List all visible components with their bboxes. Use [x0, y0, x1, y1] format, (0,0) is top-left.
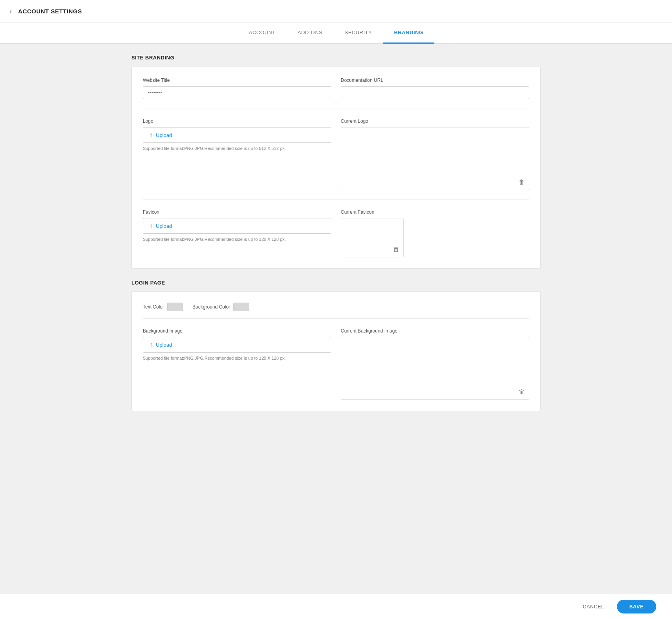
background-image-row: Background Image ↑ Upload Supported file…: [143, 328, 529, 400]
upload-icon-bg: ↑: [150, 341, 153, 348]
background-image-group: Background Image ↑ Upload Supported file…: [143, 328, 331, 360]
documentation-url-group: Documentation URL: [341, 78, 529, 99]
delete-logo-icon[interactable]: 🗑: [519, 179, 525, 186]
chevron-left-icon: ‹: [9, 7, 12, 15]
save-button[interactable]: SAVE: [617, 600, 656, 613]
current-favicon-group: Current Favicon 🗑: [341, 209, 529, 257]
back-button[interactable]: ‹: [9, 7, 12, 15]
logo-upload-label: Upload: [156, 132, 172, 138]
logo-upload-button[interactable]: ↑ Upload: [143, 127, 331, 143]
delete-background-image-icon[interactable]: 🗑: [519, 388, 525, 395]
current-background-image-group: Current Background Image 🗑: [341, 328, 529, 400]
text-color-group: Text Color: [143, 303, 183, 311]
background-image-upload-button[interactable]: ↑ Upload: [143, 337, 331, 353]
color-row: Text Color Background Color: [143, 303, 529, 319]
website-title-input[interactable]: [143, 86, 331, 99]
documentation-url-label: Documentation URL: [341, 78, 529, 83]
login-page-card: Text Color Background Color Background I…: [131, 291, 541, 411]
main-content: SITE BRANDING Website Title Documentatio…: [100, 44, 572, 454]
tab-addons[interactable]: ADD-ONS: [286, 22, 333, 44]
documentation-url-input[interactable]: [341, 86, 529, 99]
current-logo-area: 🗑: [341, 127, 529, 190]
tab-navigation: ACCOUNT ADD-ONS SECURITY BRANDING: [0, 22, 672, 44]
delete-favicon-icon[interactable]: 🗑: [393, 246, 399, 253]
background-image-upload-label: Upload: [156, 342, 172, 348]
background-color-label: Background Color: [192, 304, 230, 310]
background-color-swatch[interactable]: [233, 303, 249, 311]
page-title: ACCOUNT SETTINGS: [18, 8, 82, 15]
cancel-button[interactable]: CANCEL: [576, 601, 611, 613]
header: ‹ ACCOUNT SETTINGS: [0, 0, 672, 22]
background-color-group: Background Color: [192, 303, 249, 311]
favicon-upload-button[interactable]: ↑ Upload: [143, 218, 331, 234]
upload-icon-favicon: ↑: [150, 222, 153, 229]
site-branding-card: Website Title Documentation URL Logo ↑ U…: [131, 66, 541, 269]
text-color-label: Text Color: [143, 304, 164, 310]
tab-security[interactable]: SECURITY: [334, 22, 383, 44]
upload-icon: ↑: [150, 131, 153, 139]
favicon-group: Favicon ↑ Upload Supported file format:P…: [143, 209, 331, 242]
website-title-label: Website Title: [143, 78, 331, 83]
favicon-label: Favicon: [143, 209, 331, 215]
divider-1: [143, 109, 529, 109]
logo-upload-hint: Supported file format:PNG,JPG.Recommende…: [143, 146, 331, 151]
title-url-row: Website Title Documentation URL: [143, 78, 529, 99]
current-favicon-area: 🗑: [341, 218, 404, 257]
divider-2: [143, 200, 529, 200]
current-background-image-label: Current Background Image: [341, 328, 529, 334]
current-background-image-area: 🗑: [341, 337, 529, 400]
footer: CANCEL SAVE: [0, 594, 672, 619]
website-title-group: Website Title: [143, 78, 331, 99]
logo-label: Logo: [143, 118, 331, 124]
logo-group: Logo ↑ Upload Supported file format:PNG,…: [143, 118, 331, 151]
current-favicon-label: Current Favicon: [341, 209, 529, 215]
text-color-swatch[interactable]: [167, 303, 183, 311]
favicon-row: Favicon ↑ Upload Supported file format:P…: [143, 209, 529, 257]
site-branding-title: SITE BRANDING: [131, 55, 541, 61]
favicon-upload-hint: Supported file format:PNG,JPG.Recommende…: [143, 237, 331, 242]
background-image-upload-hint: Supported file format:PNG,JPG.Recommende…: [143, 356, 331, 360]
current-logo-label: Current Logo: [341, 118, 529, 124]
current-logo-group: Current Logo 🗑: [341, 118, 529, 190]
tab-account[interactable]: ACCOUNT: [238, 22, 286, 44]
tab-branding[interactable]: BRANDING: [383, 22, 434, 44]
login-page-title: LOGIN PAGE: [131, 280, 541, 286]
favicon-upload-label: Upload: [156, 223, 172, 229]
logo-row: Logo ↑ Upload Supported file format:PNG,…: [143, 118, 529, 190]
background-image-label: Background Image: [143, 328, 331, 334]
